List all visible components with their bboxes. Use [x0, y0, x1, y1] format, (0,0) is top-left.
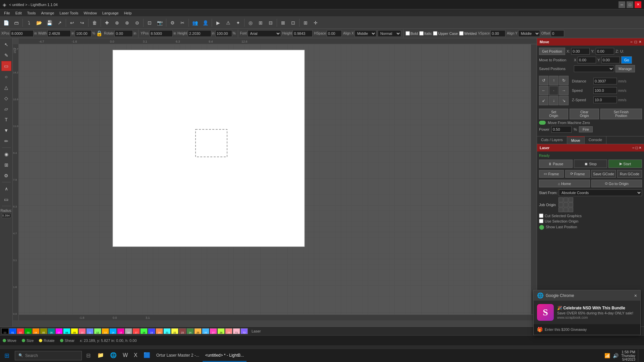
height-input[interactable] — [188, 30, 211, 37]
swatch-28[interactable]: 28 — [217, 328, 225, 334]
align2-button[interactable]: ⊟ — [266, 18, 275, 27]
origin-mc[interactable] — [564, 202, 568, 207]
normal-select[interactable]: Normal — [378, 30, 401, 37]
camera-button[interactable]: 📷 — [155, 18, 165, 27]
y-coord-input[interactable] — [596, 48, 614, 55]
volume-icon[interactable]: 🔊 — [613, 353, 619, 358]
swatch-15[interactable]: 15 — [117, 328, 124, 334]
distrib2-button[interactable]: ⊡ — [288, 18, 298, 27]
cut-selected-checkbox[interactable] — [539, 214, 543, 218]
lock-icon[interactable]: 🔒 — [96, 30, 103, 37]
swatch-09[interactable]: 09 — [71, 328, 78, 334]
tb-app-lightburn[interactable]: <untitled> * - LightB... — [203, 350, 247, 362]
dir-down[interactable]: ↓ — [549, 96, 558, 105]
plus-button[interactable]: ✛ — [311, 18, 320, 27]
x-coord-input[interactable] — [571, 48, 590, 55]
swatch-29[interactable]: 29 — [225, 328, 232, 334]
swatch-23[interactable]: 23 — [179, 328, 186, 334]
swatch-14[interactable]: 14 — [109, 328, 117, 334]
swatch-00[interactable]: 00 — [1, 328, 9, 334]
offset-input[interactable] — [551, 30, 564, 37]
fire-button[interactable]: Fire — [579, 126, 593, 132]
run-gcode-button[interactable]: Run GCode — [617, 170, 642, 178]
swatch-07[interactable]: 07 — [55, 328, 63, 334]
swatch-t2[interactable]: T2 — [240, 328, 248, 334]
tb-app-excel[interactable]: X — [131, 350, 140, 362]
width-pct-input[interactable] — [75, 30, 92, 37]
dir-right[interactable]: → — [559, 86, 569, 95]
start-button[interactable]: ▶ Start — [608, 160, 642, 168]
y-move-input[interactable] — [601, 57, 620, 63]
tb-app-ortur[interactable]: Ortur Laser Master 2 -... — [154, 350, 202, 362]
dir-center[interactable]: · — [549, 86, 558, 95]
menu-window[interactable]: Window — [81, 10, 100, 16]
play-button[interactable]: ▶ — [213, 18, 223, 27]
donut-tool-button[interactable]: ◉ — [1, 149, 11, 159]
tab-move[interactable]: Move — [567, 136, 585, 144]
laser-expand[interactable]: □ — [636, 145, 638, 150]
aligny-select[interactable]: Middle — [518, 30, 540, 37]
text-tool-button[interactable]: T — [1, 115, 11, 125]
save-button[interactable]: 💾 — [45, 18, 54, 27]
origin-tc[interactable] — [564, 197, 568, 202]
welded-label[interactable]: Welded — [459, 31, 477, 36]
swatch-10[interactable]: 10 — [78, 328, 86, 334]
swatch-03[interactable]: 03 — [24, 328, 32, 334]
power-input[interactable] — [551, 126, 572, 133]
close-button[interactable]: ✕ — [635, 1, 641, 8]
open-file-button[interactable]: 🗃 — [12, 18, 21, 27]
swatch-11[interactable]: 11 — [86, 328, 94, 334]
export-button[interactable]: ↗ — [55, 18, 64, 27]
origin-mr[interactable] — [569, 202, 573, 207]
circle-tool-button[interactable]: ○ — [1, 72, 11, 82]
move-panel-collapse[interactable]: − — [630, 40, 633, 44]
add-node-button[interactable]: ✚ — [102, 18, 112, 27]
get-position-button[interactable]: Get Position — [539, 48, 565, 55]
swatch-08[interactable]: 08 — [63, 328, 70, 334]
use-selection-checkbox[interactable] — [539, 219, 543, 223]
swatch-16[interactable]: 16 — [125, 328, 132, 334]
polygon-tool-button[interactable]: △ — [1, 82, 11, 93]
menu-arrange[interactable]: Arrange — [38, 10, 57, 16]
origin-tr[interactable] — [569, 197, 573, 202]
swatch-04[interactable]: 04 — [32, 328, 40, 334]
show-desktop-button[interactable] — [638, 350, 641, 362]
distrib-button[interactable]: ⊠ — [278, 18, 288, 27]
swatch-06[interactable]: 06 — [48, 328, 55, 334]
tb-app-vs[interactable]: 🟦 — [141, 350, 153, 362]
tb-app-chrome[interactable]: 🌐 — [107, 350, 119, 362]
uppercase-checkbox[interactable] — [433, 31, 437, 36]
swatch-25[interactable]: 25 — [194, 328, 202, 334]
pause-button[interactable]: ⏸ Pause — [539, 160, 573, 168]
gear-tool-button[interactable]: ⚙ — [1, 171, 11, 181]
swatch-21[interactable]: 21 — [163, 328, 171, 334]
manage-button[interactable]: Manage — [615, 65, 635, 72]
import-button[interactable]: ⤵ — [24, 18, 34, 27]
clear-origin-button[interactable]: ClearOrigin — [570, 109, 599, 119]
swatch-22[interactable]: 22 — [171, 328, 178, 334]
task-view-button[interactable]: ⊟ — [83, 350, 93, 362]
menu-help[interactable]: Help — [121, 10, 135, 16]
vspace-input[interactable] — [490, 30, 505, 37]
cut-tool-button[interactable]: ▭ — [1, 194, 11, 204]
delete-button[interactable]: 🗑 — [90, 18, 99, 27]
canvas-inner[interactable]: 0.0 3.1 -1.6 — [19, 44, 537, 320]
origin-tl[interactable] — [558, 197, 563, 202]
circle-laser-button[interactable]: ◎ — [246, 18, 255, 27]
swatch-12[interactable]: 12 — [94, 328, 101, 334]
swatch-t1[interactable]: T1 — [233, 328, 240, 334]
font-height-input[interactable] — [292, 30, 313, 37]
node-edit-button[interactable]: ✎ — [1, 50, 11, 60]
dir-rotate-cw[interactable]: ↻ — [559, 76, 569, 85]
start-from-select[interactable]: Absolute Coords — [559, 189, 642, 196]
move-panel-expand[interactable]: □ — [635, 40, 637, 44]
select-tool-button[interactable]: ↖ — [1, 40, 11, 50]
origin-ml[interactable] — [558, 202, 563, 207]
bold-label[interactable]: Bold — [406, 31, 418, 36]
swatch-01[interactable]: 01 — [9, 328, 16, 334]
user-button[interactable]: 👤 — [201, 18, 210, 27]
swatch-20[interactable]: 20 — [156, 328, 163, 334]
frame-btn2[interactable]: ⟳ Frame — [565, 170, 590, 178]
minimize-button[interactable]: ─ — [619, 1, 625, 8]
set-finish-button[interactable]: Set FinishPosition — [600, 109, 642, 119]
